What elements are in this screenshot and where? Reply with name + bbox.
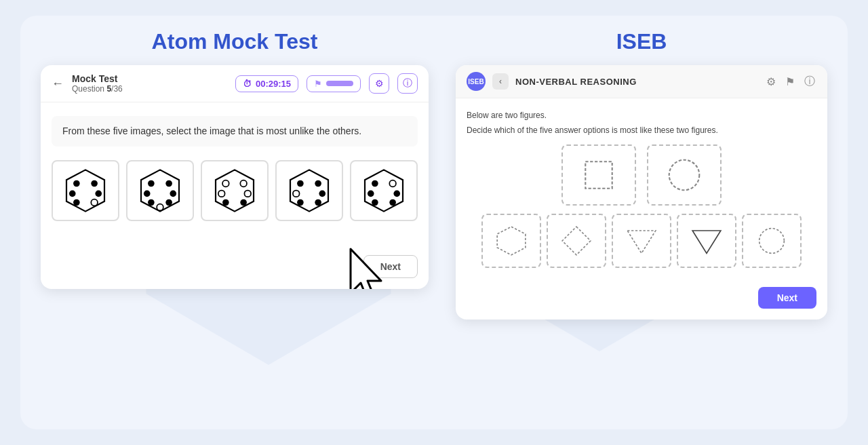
svg-rect-37 <box>585 161 612 188</box>
svg-point-23 <box>297 180 304 187</box>
iseb-back-button[interactable]: ‹ <box>492 73 509 90</box>
svg-point-21 <box>240 199 247 206</box>
next-button-iseb[interactable]: Next <box>758 287 816 309</box>
svg-point-16 <box>222 180 229 187</box>
svg-point-28 <box>315 199 321 206</box>
iseb-answer-4-svg <box>690 224 724 258</box>
iseb-answer-2-svg <box>559 224 593 258</box>
flag-bar[interactable]: ⚑ <box>307 75 361 92</box>
iseb-body: Below are two figures. Decide which of t… <box>456 98 827 287</box>
next-button-left[interactable]: Next <box>363 255 418 278</box>
options-row <box>52 160 418 221</box>
card-header: ← Mock Test Question 5/36 ⏱ 00:29:15 ⚑ ⚙ <box>41 65 429 102</box>
left-title: Atom Mock Test <box>152 29 318 54</box>
svg-point-4 <box>95 191 102 197</box>
mock-test-card: ← Mock Test Question 5/36 ⏱ 00:29:15 ⚑ ⚙ <box>41 65 429 289</box>
iseb-answer-1[interactable] <box>481 214 541 268</box>
iseb-figure-2 <box>647 144 722 206</box>
question-counter: Question 5/36 <box>72 84 123 94</box>
iseb-answer-2[interactable] <box>547 214 606 268</box>
iseb-answer-5-svg <box>755 224 789 258</box>
iseb-answer-3[interactable] <box>612 214 671 268</box>
title-group: Mock Test Question 5/36 <box>72 73 123 94</box>
svg-point-27 <box>297 199 304 206</box>
option-1[interactable] <box>52 160 119 221</box>
option-4-svg <box>285 167 333 214</box>
right-title: ISEB <box>616 29 667 54</box>
option-1-svg <box>62 167 109 214</box>
svg-point-13 <box>165 199 172 206</box>
svg-point-8 <box>148 180 155 187</box>
right-section: ISEB ISEB ‹ NON-VERBAL REASONING ⚙ ⚑ ⓘ B… <box>456 29 827 320</box>
svg-point-14 <box>157 204 163 211</box>
svg-point-33 <box>393 191 400 197</box>
iseb-answer-4[interactable] <box>677 214 736 268</box>
svg-point-35 <box>389 199 396 206</box>
iseb-flag-button[interactable]: ⚑ <box>784 74 796 90</box>
flag-indicator <box>326 81 353 86</box>
svg-point-34 <box>372 199 378 206</box>
svg-marker-42 <box>692 231 721 253</box>
back-button[interactable]: ← <box>52 77 64 91</box>
iseb-answers-row <box>467 214 816 268</box>
svg-point-38 <box>669 160 700 191</box>
iseb-card: ISEB ‹ NON-VERBAL REASONING ⚙ ⚑ ⓘ Below … <box>456 65 827 320</box>
iseb-logo: ISEB <box>467 72 486 91</box>
svg-marker-40 <box>562 227 591 255</box>
question-text: From these five images, select the image… <box>52 116 418 147</box>
iseb-figures-row <box>467 144 816 206</box>
option-3[interactable] <box>201 160 269 221</box>
svg-point-32 <box>368 191 374 197</box>
card-footer: Next <box>41 248 429 289</box>
iseb-settings-button[interactable]: ⚙ <box>765 74 777 90</box>
timer-icon: ⏱ <box>243 79 252 89</box>
svg-marker-41 <box>627 231 656 253</box>
svg-point-11 <box>170 191 176 197</box>
svg-point-5 <box>73 199 80 206</box>
option-3-svg <box>211 167 258 214</box>
svg-point-3 <box>69 191 76 197</box>
settings-button[interactable]: ⚙ <box>369 73 389 94</box>
svg-point-19 <box>244 191 251 197</box>
svg-point-25 <box>293 191 300 197</box>
left-section: Atom Mock Test ← Mock Test Question 5/36… <box>41 29 429 289</box>
svg-point-24 <box>315 180 321 187</box>
main-container: Atom Mock Test ← Mock Test Question 5/36… <box>20 16 848 429</box>
svg-point-30 <box>372 180 378 187</box>
svg-point-1 <box>73 180 80 187</box>
option-5-svg <box>360 167 408 214</box>
svg-point-20 <box>222 199 229 206</box>
svg-marker-39 <box>497 227 526 255</box>
iseb-section-title: NON-VERBAL REASONING <box>515 77 637 87</box>
svg-point-2 <box>91 180 98 187</box>
iseb-figure-2-svg <box>664 155 705 195</box>
option-5[interactable] <box>350 160 418 221</box>
iseb-footer: Next <box>456 287 827 320</box>
card-body: From these five images, select the image… <box>41 102 429 248</box>
iseb-answer-1-svg <box>494 224 528 258</box>
svg-point-10 <box>144 191 151 197</box>
info-button[interactable]: ⓘ <box>397 73 418 94</box>
card-title: Mock Test <box>72 73 123 84</box>
iseb-figure-1 <box>561 144 636 206</box>
svg-point-17 <box>240 180 247 187</box>
option-2[interactable] <box>126 160 194 221</box>
option-4[interactable] <box>275 160 343 221</box>
iseb-answer-3-svg <box>625 224 658 258</box>
iseb-header: ISEB ‹ NON-VERBAL REASONING ⚙ ⚑ ⓘ <box>456 65 827 98</box>
timer-value: 00:29:15 <box>256 79 291 89</box>
svg-point-18 <box>218 191 225 197</box>
iseb-instruction-2: Decide which of the five answer options … <box>467 124 816 136</box>
iseb-info-button[interactable]: ⓘ <box>803 73 816 90</box>
iseb-instruction-1: Below are two figures. <box>467 109 816 121</box>
svg-point-12 <box>148 199 155 206</box>
svg-point-6 <box>91 199 98 206</box>
iseb-figure-1-svg <box>578 155 619 195</box>
option-2-svg <box>136 167 184 214</box>
svg-point-31 <box>389 180 396 187</box>
svg-point-43 <box>760 229 785 254</box>
svg-point-9 <box>165 180 172 187</box>
flag-icon: ⚑ <box>314 79 322 89</box>
timer-badge: ⏱ 00:29:15 <box>235 75 298 92</box>
iseb-answer-5[interactable] <box>742 214 802 268</box>
